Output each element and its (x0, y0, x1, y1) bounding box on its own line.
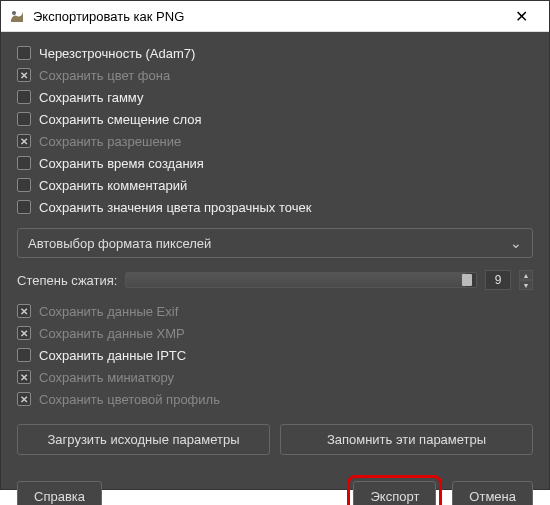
checkbox[interactable] (17, 178, 31, 192)
dialog-footer: Справка Экспорт Отмена (1, 465, 549, 505)
step-down-button[interactable]: ▼ (519, 280, 533, 290)
cancel-button[interactable]: Отмена (452, 481, 533, 505)
window-title: Экспортировать как PNG (33, 9, 501, 24)
checkbox-label: Сохранить данные IPTC (39, 348, 186, 363)
checkbox-label: Сохранить значения цвета прозрачных точе… (39, 200, 311, 215)
checkbox[interactable] (17, 156, 31, 170)
close-button[interactable]: ✕ (501, 1, 541, 31)
checkbox-row: Сохранить комментарий (17, 174, 533, 196)
checkbox-row: Сохранить данные Exif (17, 300, 533, 322)
checkbox-label: Сохранить данные XMP (39, 326, 185, 341)
checkbox-row: Сохранить смещение слоя (17, 108, 533, 130)
checkbox[interactable] (17, 46, 31, 60)
checkbox-label: Сохранить разрешение (39, 134, 181, 149)
checkbox-label: Сохранить данные Exif (39, 304, 178, 319)
compression-value[interactable]: 9 (485, 270, 511, 290)
checkbox[interactable] (17, 134, 31, 148)
compression-label: Степень сжатия: (17, 273, 117, 288)
checkbox-label: Сохранить цвет фона (39, 68, 170, 83)
checkbox-label: Сохранить комментарий (39, 178, 187, 193)
checkbox-label: Черезстрочность (Adam7) (39, 46, 195, 61)
dropdown-label: Автовыбор формата пикселей (28, 236, 211, 251)
checkbox[interactable] (17, 200, 31, 214)
checkbox[interactable] (17, 68, 31, 82)
compression-slider[interactable] (125, 272, 477, 288)
checkbox[interactable] (17, 348, 31, 362)
checkbox[interactable] (17, 112, 31, 126)
compression-row: Степень сжатия: 9 ▲ ▼ (17, 270, 533, 290)
checkbox-row: Черезстрочность (Adam7) (17, 42, 533, 64)
titlebar: Экспортировать как PNG ✕ (1, 1, 549, 32)
checkbox-label: Сохранить цветовой профиль (39, 392, 220, 407)
checkbox-row: Сохранить данные XMP (17, 322, 533, 344)
checkbox-label: Сохранить миниатюру (39, 370, 174, 385)
defaults-row: Загрузить исходные параметры Запомнить э… (17, 424, 533, 455)
export-highlight: Экспорт (347, 475, 442, 505)
app-icon (9, 8, 25, 24)
checkbox-row: Сохранить цвет фона (17, 64, 533, 86)
pixel-format-dropdown[interactable]: Автовыбор формата пикселей ⌄ (17, 228, 533, 258)
load-defaults-button[interactable]: Загрузить исходные параметры (17, 424, 270, 455)
export-button[interactable]: Экспорт (353, 481, 436, 505)
checkbox[interactable] (17, 326, 31, 340)
dialog-content: Черезстрочность (Adam7)Сохранить цвет фо… (1, 32, 549, 465)
save-defaults-button[interactable]: Запомнить эти параметры (280, 424, 533, 455)
checkbox-row: Сохранить время создания (17, 152, 533, 174)
chevron-down-icon: ⌄ (510, 235, 522, 251)
checkbox-label: Сохранить время создания (39, 156, 204, 171)
help-button[interactable]: Справка (17, 481, 102, 505)
svg-point-0 (12, 11, 16, 15)
step-up-button[interactable]: ▲ (519, 270, 533, 280)
checkbox-row: Сохранить миниатюру (17, 366, 533, 388)
checkbox-row: Сохранить гамму (17, 86, 533, 108)
checkbox[interactable] (17, 90, 31, 104)
checkbox[interactable] (17, 392, 31, 406)
checkbox-row: Сохранить цветовой профиль (17, 388, 533, 410)
checkbox-label: Сохранить смещение слоя (39, 112, 201, 127)
checkbox-row: Сохранить разрешение (17, 130, 533, 152)
slider-handle[interactable] (462, 274, 472, 286)
compression-stepper: ▲ ▼ (519, 270, 533, 290)
checkbox-row: Сохранить данные IPTC (17, 344, 533, 366)
checkbox-label: Сохранить гамму (39, 90, 143, 105)
checkbox[interactable] (17, 304, 31, 318)
checkbox[interactable] (17, 370, 31, 384)
checkbox-row: Сохранить значения цвета прозрачных точе… (17, 196, 533, 218)
export-png-dialog: Экспортировать как PNG ✕ Черезстрочность… (0, 0, 550, 490)
